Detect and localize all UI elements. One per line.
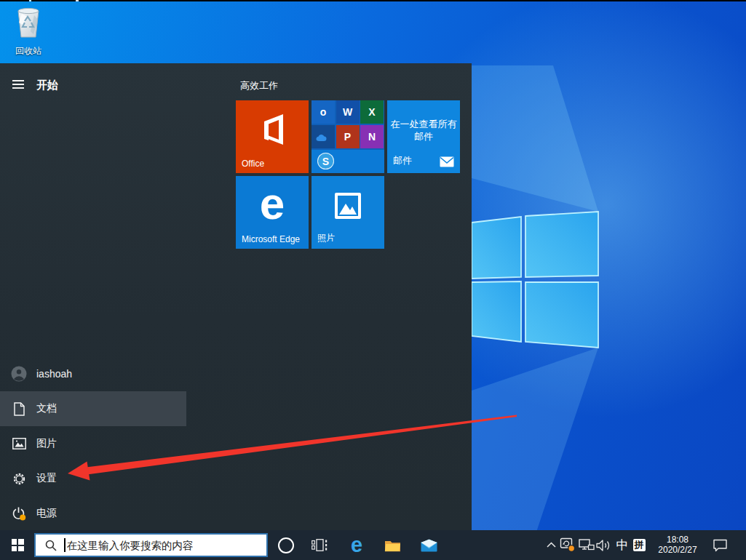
mail-tile-text: 在一处查看所有 邮件 xyxy=(387,118,460,143)
edge-taskbar-button[interactable]: e xyxy=(346,532,368,557)
tile-microsoft-edge[interactable]: e Microsoft Edge xyxy=(236,176,309,249)
document-icon xyxy=(11,402,27,416)
settings-gear-icon xyxy=(11,472,27,486)
taskbar-search-box[interactable] xyxy=(34,533,268,557)
photos-icon xyxy=(334,192,362,220)
update-restart-icon xyxy=(560,537,576,553)
start-pictures-label: 图片 xyxy=(36,437,57,450)
start-pictures-item[interactable]: 图片 xyxy=(0,426,186,461)
recycle-bin-desktop-icon[interactable]: 回收站 xyxy=(7,4,49,56)
pictures-icon xyxy=(11,438,27,449)
outlook-icon: o xyxy=(320,106,327,118)
powerpoint-mini-tile[interactable]: P xyxy=(336,125,360,148)
start-power-label: 电源 xyxy=(36,507,57,520)
tray-ime-mode-indicator[interactable]: 中 xyxy=(614,537,631,553)
clock-time: 18:08 xyxy=(667,535,689,545)
office-logo-icon xyxy=(255,110,289,148)
tray-windows-update-icon[interactable] xyxy=(559,537,576,553)
skype-letter: S xyxy=(322,156,329,167)
cortana-circle-icon xyxy=(278,537,294,553)
file-explorer-button[interactable] xyxy=(383,538,402,552)
mail-envelope-icon xyxy=(440,156,454,167)
start-menu-header: 开始 xyxy=(0,63,186,98)
ime-mode-label: 中 xyxy=(616,537,629,553)
ethernet-network-icon xyxy=(579,539,595,551)
action-center-icon xyxy=(713,539,728,552)
tray-volume-icon[interactable] xyxy=(595,539,613,551)
tile-office-apps-folder[interactable]: o W X P N S xyxy=(312,100,384,173)
tile-office[interactable]: Office xyxy=(236,100,309,173)
mail-icon xyxy=(421,539,437,552)
excel-icon: X xyxy=(368,106,375,118)
tile-group-title: 高效工作 xyxy=(240,79,278,92)
edge-logo-icon: e xyxy=(236,177,309,230)
powerpoint-icon: P xyxy=(344,131,351,143)
mail-taskbar-button[interactable] xyxy=(419,538,438,552)
cortana-button[interactable] xyxy=(277,536,295,554)
onedrive-mini-tile[interactable] xyxy=(312,125,335,148)
start-user-label: iashoah xyxy=(36,368,72,380)
skype-icon: S xyxy=(317,153,334,169)
mail-tile-text-line1: 在一处查看所有 xyxy=(387,118,460,130)
speaker-icon xyxy=(596,540,612,551)
search-icon xyxy=(45,540,57,551)
user-avatar-icon xyxy=(11,366,27,382)
tile-edge-label: Microsoft Edge xyxy=(242,234,300,244)
search-input[interactable] xyxy=(67,540,267,551)
top-edge-window-strip xyxy=(0,0,746,1)
tile-mail-label: 邮件 xyxy=(393,154,412,167)
tile-photos[interactable]: 照片 xyxy=(312,176,384,249)
tile-office-label: Office xyxy=(242,159,264,169)
file-explorer-icon xyxy=(384,539,401,552)
recycle-bin-label: 回收站 xyxy=(7,45,49,57)
edge-icon: e xyxy=(351,533,362,557)
start-settings-label: 设置 xyxy=(36,472,57,485)
tile-photos-label: 照片 xyxy=(317,232,335,244)
recycle-bin-icon xyxy=(9,4,47,41)
taskbar: e xyxy=(0,530,746,560)
skype-mini-strip[interactable]: S xyxy=(312,150,384,173)
office-apps-mini-grid: o W X P N xyxy=(312,100,384,149)
top-strip-gap xyxy=(76,0,79,1)
word-icon: W xyxy=(343,106,352,118)
start-documents-item[interactable]: 文档 xyxy=(0,391,186,426)
outlook-mini-tile[interactable]: o xyxy=(312,100,335,124)
windows-logo-icon xyxy=(12,539,24,551)
excel-mini-tile[interactable]: X xyxy=(360,100,384,124)
start-menu-title: 开始 xyxy=(36,79,58,92)
tray-show-hidden-icons-button[interactable] xyxy=(545,541,557,548)
mail-tile-text-line2: 邮件 xyxy=(387,130,460,143)
task-view-button[interactable] xyxy=(311,538,328,552)
onenote-mini-tile[interactable]: N xyxy=(360,125,384,148)
tray-ime-pinyin-indicator[interactable]: 拼 xyxy=(632,538,646,551)
start-settings-item[interactable]: 设置 xyxy=(0,461,186,496)
chevron-up-icon xyxy=(547,542,556,548)
start-power-item[interactable]: 电源 xyxy=(0,496,186,531)
action-center-button[interactable] xyxy=(710,537,730,553)
tray-network-icon[interactable] xyxy=(578,539,595,551)
start-documents-label: 文档 xyxy=(36,402,57,415)
onedrive-cloud-icon xyxy=(315,132,331,142)
start-user-item[interactable]: iashoah xyxy=(0,356,186,391)
desktop-screen: 回收站 开始 高效工作 Office o W xyxy=(0,0,746,560)
start-button[interactable] xyxy=(0,530,35,560)
tile-mail[interactable]: 在一处查看所有 邮件 邮件 xyxy=(387,100,460,173)
clock-date: 2020/2/27 xyxy=(658,545,697,556)
tile-grid: Office o W X P N S xyxy=(236,100,463,252)
task-view-icon xyxy=(312,539,328,551)
text-cursor xyxy=(64,538,66,552)
hamburger-menu-icon[interactable] xyxy=(12,80,24,89)
top-strip-gap xyxy=(29,0,31,1)
pinyin-badge: 拼 xyxy=(633,539,646,551)
onenote-icon: N xyxy=(368,131,376,143)
start-menu-panel: 开始 高效工作 Office o W X xyxy=(0,63,472,530)
tray-clock[interactable]: 18:08 2020/2/27 xyxy=(653,535,702,555)
word-mini-tile[interactable]: W xyxy=(336,100,360,124)
power-icon xyxy=(11,506,27,521)
